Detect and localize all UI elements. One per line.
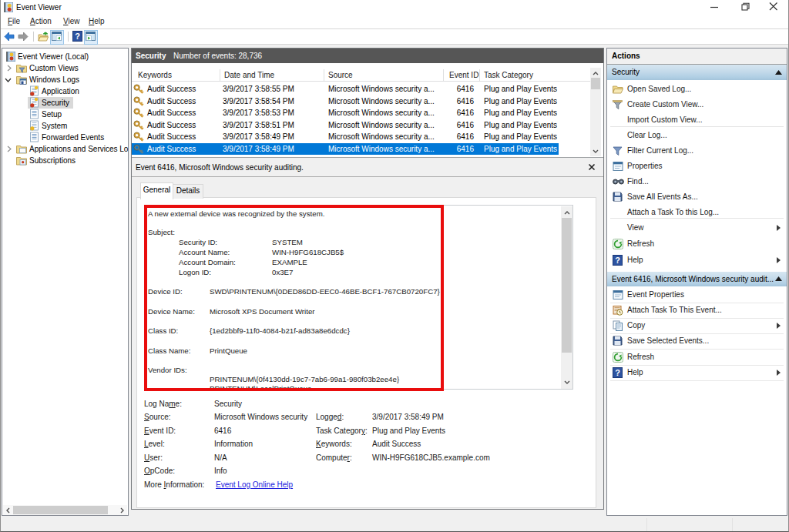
svg-text:?: ? [615,256,620,265]
svg-text:?: ? [615,368,620,377]
svg-text:?: ? [75,32,80,41]
